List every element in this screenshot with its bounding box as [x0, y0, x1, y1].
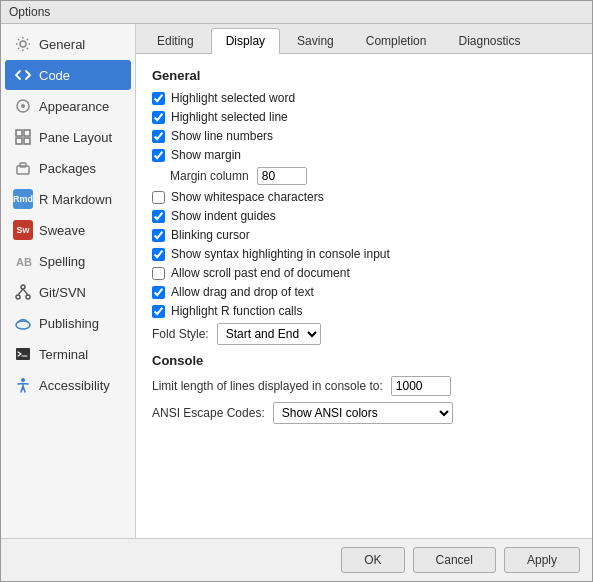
window-title: Options	[9, 5, 50, 19]
general-icon	[13, 34, 33, 54]
sidebar-item-label-terminal: Terminal	[39, 347, 88, 362]
svg-rect-12	[24, 130, 30, 136]
spelling-icon: ABC	[13, 251, 33, 271]
checkbox-label-syntax-highlight: Show syntax highlighting in console inpu…	[171, 247, 390, 261]
content-area: EditingDisplaySavingCompletionDiagnostic…	[136, 24, 592, 538]
bottom-bar: OK Cancel Apply	[1, 538, 592, 581]
checkbox-show-margin[interactable]	[152, 149, 165, 162]
tab-saving[interactable]: Saving	[282, 28, 349, 53]
publishing-icon	[13, 313, 33, 333]
checkbox-row-show-margin: Show margin	[152, 148, 576, 162]
svg-point-20	[26, 295, 30, 299]
checkbox-row-highlight-word: Highlight selected word	[152, 91, 576, 105]
console-limit-input[interactable]	[391, 376, 451, 396]
checkbox-label-show-whitespace: Show whitespace characters	[171, 190, 324, 204]
ok-button[interactable]: OK	[341, 547, 404, 573]
checkbox-highlight-word[interactable]	[152, 92, 165, 105]
checkbox-drag-drop[interactable]	[152, 286, 165, 299]
svg-line-6	[18, 39, 19, 40]
fold-label: Fold Style:	[152, 327, 209, 341]
sidebar-item-spelling[interactable]: ABCSpelling	[5, 246, 131, 276]
svg-point-0	[20, 41, 26, 47]
main-area: GeneralCodeAppearancePane LayoutPackages…	[1, 24, 592, 538]
sidebar-item-label-r-markdown: R Markdown	[39, 192, 112, 207]
fold-style-select[interactable]: Start and EndStart Only	[217, 323, 321, 345]
sidebar-item-sweave[interactable]: SwSweave	[5, 215, 131, 245]
checkbox-label-blinking-cursor: Blinking cursor	[171, 228, 250, 242]
sidebar-item-label-git-svn: Git/SVN	[39, 285, 86, 300]
sidebar-item-label-sweave: Sweave	[39, 223, 85, 238]
tab-display[interactable]: Display	[211, 28, 280, 54]
svg-line-4	[18, 48, 19, 49]
general-section-title: General	[152, 68, 576, 83]
svg-rect-16	[20, 163, 26, 167]
checkbox-label-drag-drop: Allow drag and drop of text	[171, 285, 314, 299]
display-panel: General Highlight selected wordHighlight…	[136, 54, 592, 538]
checkbox-allow-scroll[interactable]	[152, 267, 165, 280]
svg-rect-13	[16, 138, 22, 144]
checkbox-blinking-cursor[interactable]	[152, 229, 165, 242]
checkbox-row-show-line-numbers: Show line numbers	[152, 129, 576, 143]
cancel-button[interactable]: Cancel	[413, 547, 496, 573]
code-icon	[13, 65, 33, 85]
sidebar-item-label-general: General	[39, 37, 85, 52]
sidebar-item-r-markdown[interactable]: RmdR Markdown	[5, 184, 131, 214]
tab-editing[interactable]: Editing	[142, 28, 209, 53]
sidebar-item-pane-layout[interactable]: Pane Layout	[5, 122, 131, 152]
svg-rect-24	[16, 348, 30, 360]
checkbox-show-line-numbers[interactable]	[152, 130, 165, 143]
svg-line-21	[18, 289, 23, 295]
checkbox-syntax-highlight[interactable]	[152, 248, 165, 261]
checkbox-row-syntax-highlight: Show syntax highlighting in console inpu…	[152, 247, 576, 261]
r-markdown-icon: Rmd	[13, 189, 33, 209]
checkbox-label-highlight-word: Highlight selected word	[171, 91, 295, 105]
checkboxes-container: Highlight selected wordHighlight selecte…	[152, 91, 576, 318]
svg-line-22	[23, 289, 28, 295]
svg-line-2	[27, 48, 28, 49]
sidebar-item-label-pane-layout: Pane Layout	[39, 130, 112, 145]
console-limit-row: Limit length of lines displayed in conso…	[152, 376, 576, 396]
checkbox-highlight-line[interactable]	[152, 111, 165, 124]
sidebar-item-packages[interactable]: Packages	[5, 153, 131, 183]
checkbox-highlight-r[interactable]	[152, 305, 165, 318]
svg-text:ABC: ABC	[16, 256, 32, 268]
margin-column-label: Margin column	[170, 169, 249, 183]
checkbox-row-blinking-cursor: Blinking cursor	[152, 228, 576, 242]
svg-line-8	[27, 39, 28, 40]
checkbox-show-indent[interactable]	[152, 210, 165, 223]
checkbox-row-show-indent: Show indent guides	[152, 209, 576, 223]
sidebar-item-appearance[interactable]: Appearance	[5, 91, 131, 121]
sweave-icon: Sw	[13, 220, 33, 240]
apply-button[interactable]: Apply	[504, 547, 580, 573]
sidebar-item-accessibility[interactable]: Accessibility	[5, 370, 131, 400]
checkbox-label-show-line-numbers: Show line numbers	[171, 129, 273, 143]
tab-diagnostics[interactable]: Diagnostics	[443, 28, 535, 53]
ansi-select[interactable]: Show ANSI colorsStrip ANSI codesIgnore A…	[273, 402, 453, 424]
sidebar-item-git-svn[interactable]: Git/SVN	[5, 277, 131, 307]
git-svn-icon	[13, 282, 33, 302]
svg-point-23	[16, 321, 30, 329]
checkbox-show-whitespace[interactable]	[152, 191, 165, 204]
svg-rect-11	[16, 130, 22, 136]
packages-icon	[13, 158, 33, 178]
sidebar-item-label-publishing: Publishing	[39, 316, 99, 331]
sidebar-item-publishing[interactable]: Publishing	[5, 308, 131, 338]
checkbox-row-allow-scroll: Allow scroll past end of document	[152, 266, 576, 280]
console-section-title: Console	[152, 353, 576, 368]
console-section: Console Limit length of lines displayed …	[152, 353, 576, 424]
svg-point-18	[21, 285, 25, 289]
sidebar-item-general[interactable]: General	[5, 29, 131, 59]
checkbox-label-highlight-r: Highlight R function calls	[171, 304, 302, 318]
tab-completion[interactable]: Completion	[351, 28, 442, 53]
svg-point-19	[16, 295, 20, 299]
options-window: Options GeneralCodeAppearancePane Layout…	[0, 0, 593, 582]
checkbox-label-show-margin: Show margin	[171, 148, 241, 162]
sidebar-item-code[interactable]: Code	[5, 60, 131, 90]
sidebar-item-terminal[interactable]: Terminal	[5, 339, 131, 369]
svg-rect-14	[24, 138, 30, 144]
margin-column-input[interactable]	[257, 167, 307, 185]
sidebar-item-label-spelling: Spelling	[39, 254, 85, 269]
terminal-icon	[13, 344, 33, 364]
svg-point-26	[21, 378, 25, 382]
checkbox-label-highlight-line: Highlight selected line	[171, 110, 288, 124]
